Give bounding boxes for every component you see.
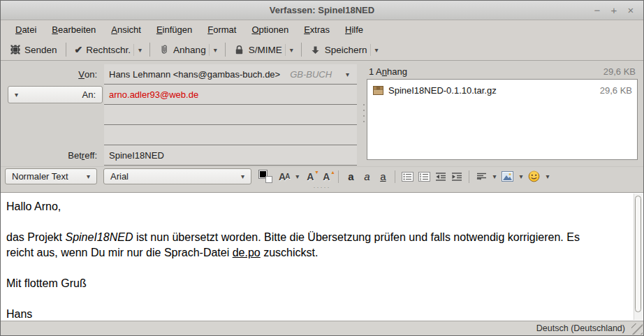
archive-package-icon — [372, 85, 383, 96]
spellcheck-button[interactable]: ✔ Rechtschr. — [70, 42, 136, 57]
attach-dropdown[interactable]: ▾ — [209, 44, 221, 56]
font-select[interactable]: Arial ▾ — [103, 168, 251, 184]
increase-font-size-button[interactable]: A ▴ — [319, 168, 333, 184]
spellcheck-check-icon: ✔ — [75, 44, 83, 55]
background-color-swatch[interactable] — [265, 176, 272, 183]
indent-button[interactable] — [450, 168, 464, 184]
splitter-grip-icon — [363, 104, 365, 105]
empty-label — [1, 105, 104, 125]
chevron-down-icon: ▾ — [138, 46, 142, 54]
attachment-count-label: 1 Anhang — [369, 66, 407, 77]
smime-dropdown[interactable]: ▾ — [285, 44, 298, 56]
spellcheck-dropdown[interactable]: ▾ — [133, 44, 146, 56]
resize-grip-icon[interactable] — [631, 323, 643, 335]
menu-bearbeiten[interactable]: Bearbeiten — [44, 22, 103, 37]
to-value: arno.adler93@web.de — [109, 89, 198, 100]
menu-ansicht[interactable]: Ansicht — [103, 22, 149, 37]
subject-value: SpineI18NED — [109, 150, 164, 161]
scrollbar-thumb[interactable] — [635, 196, 641, 312]
menu-datei[interactable]: Datei — [8, 22, 44, 37]
menu-hilfe[interactable]: Hilfe — [337, 22, 371, 37]
smiley-icon — [528, 170, 540, 182]
save-dropdown[interactable]: ▾ — [370, 44, 383, 56]
recipient-field-empty-2[interactable] — [104, 125, 357, 145]
account-badge: GB-BUCH — [290, 69, 332, 80]
menubar: Datei Bearbeiten Ansicht Einfügen Format… — [1, 20, 643, 39]
bullet-list-icon — [402, 172, 414, 182]
subject-field[interactable]: SpineI18NED — [104, 145, 357, 166]
smime-button[interactable]: S/MIME — [229, 42, 287, 57]
to-label: An: — [82, 89, 96, 100]
menu-optionen[interactable]: Optionen — [244, 22, 296, 37]
subject-row: Betreff: SpineI18NED — [1, 145, 361, 166]
save-button[interactable]: Speichern — [305, 42, 372, 57]
alignment-button[interactable] — [474, 168, 488, 184]
decrease-font-size-button[interactable]: A ▾ — [303, 168, 317, 184]
font-size-button[interactable]: AA — [277, 168, 291, 184]
minimize-button[interactable]: − — [589, 1, 606, 20]
attach-button[interactable]: Anhang — [154, 42, 211, 57]
from-label: Von: — [1, 64, 104, 85]
maximize-button[interactable]: + — [606, 1, 622, 20]
save-arrow-icon — [310, 44, 321, 55]
numbered-list-button[interactable] — [417, 168, 432, 184]
insert-image-button[interactable] — [500, 168, 515, 184]
bold-button[interactable]: a — [344, 168, 358, 184]
outdent-icon — [435, 172, 446, 182]
attachment-pane-splitter[interactable] — [361, 61, 367, 166]
chevron-down-icon: ▾ — [375, 46, 379, 54]
chevron-down-icon: ▾ — [492, 173, 496, 180]
message-body-text[interactable]: Hallo Arno, das Projekt SpineI18NED ist … — [6, 199, 625, 321]
window-controls: − + × — [589, 1, 639, 20]
body-text-line: Hans — [6, 307, 597, 321]
language-indicator[interactable]: Deutsch (Deutschland) — [536, 323, 625, 333]
recipient-type-selector[interactable]: ▾ An: — [8, 86, 103, 103]
attachment-list[interactable]: SpineI18NED-0.1.10.tar.gz 29,6 KB — [367, 79, 638, 160]
toolbar-separator — [338, 170, 339, 183]
italic-button[interactable]: a — [360, 168, 374, 184]
insert-image-dropdown[interactable]: ▾ — [517, 173, 525, 180]
close-button[interactable]: × — [622, 1, 639, 20]
bullet-list-button[interactable] — [400, 168, 415, 184]
font-size-dropdown[interactable]: ▾ — [293, 173, 301, 180]
menu-extras[interactable]: Extras — [296, 22, 337, 37]
toolbar-separator — [301, 43, 302, 57]
to-field[interactable]: arno.adler93@web.de — [104, 85, 357, 105]
attachment-size: 29,6 KB — [600, 85, 632, 96]
toolbar-separator — [469, 170, 469, 183]
from-field[interactable]: Hans Lehmann <hans@gambas-buch.de> GB-BU… — [104, 64, 357, 85]
insert-smiley-dropdown[interactable]: ▾ — [543, 173, 551, 180]
underline-button[interactable]: a — [376, 168, 390, 184]
chevron-down-icon[interactable]: ▾ — [346, 71, 352, 78]
body-text-line: Hallo Arno, — [6, 199, 597, 214]
align-text-icon — [476, 172, 487, 182]
body-text-line — [6, 291, 597, 307]
lock-icon — [234, 44, 245, 55]
empty-label — [1, 125, 104, 145]
paragraph-style-select[interactable]: Normaler Text ▾ — [5, 168, 97, 184]
body-text-line: das Projekt SpineI18NED ist nun übersetz… — [6, 230, 597, 261]
recipient-field-empty-1[interactable] — [104, 105, 357, 125]
menu-einfuegen[interactable]: Einfügen — [149, 22, 200, 37]
body-text-line — [6, 261, 597, 276]
menu-format[interactable]: Format — [200, 22, 244, 37]
outdent-button[interactable] — [434, 168, 448, 184]
attachment-item[interactable]: SpineI18NED-0.1.10.tar.gz 29,6 KB — [369, 82, 635, 98]
titlebar[interactable]: Verfassen: SpineI18NED − + × — [1, 1, 643, 20]
compose-window: Verfassen: SpineI18NED − + × Datei Bearb… — [0, 0, 644, 336]
toolbar-separator — [66, 43, 66, 57]
compose-toolbar: Senden ✔ Rechtschr. ▾ Anhang ▾ — [1, 39, 643, 61]
toolbar-separator — [395, 170, 395, 183]
alignment-dropdown[interactable]: ▾ — [490, 173, 498, 180]
message-body-editor[interactable]: Hallo Arno, das Projekt SpineI18NED ist … — [1, 192, 643, 321]
insert-smiley-button[interactable] — [527, 168, 541, 184]
text-color-picker[interactable] — [259, 170, 272, 183]
body-splitter[interactable]: ····· — [1, 186, 643, 192]
to-label-cell: ▾ An: — [1, 85, 104, 105]
chevron-down-icon: ▾ — [15, 91, 18, 98]
chevron-down-icon: ▾ — [546, 173, 549, 180]
body-scrollbar[interactable] — [634, 193, 643, 320]
send-button[interactable]: Senden — [5, 42, 62, 57]
chevron-down-icon: ▾ — [295, 173, 299, 180]
statusbar: Deutsch (Deutschland) — [1, 321, 643, 335]
